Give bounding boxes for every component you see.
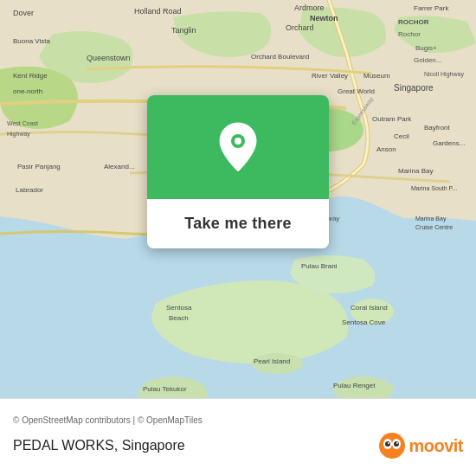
- place-name: PEDAL WORKS, Singapore: [13, 438, 185, 453]
- svg-text:Highway: Highway: [7, 131, 30, 138]
- svg-text:Orchard: Orchard: [286, 23, 314, 32]
- moovit-text: moovit: [408, 436, 463, 456]
- svg-text:Bayfront: Bayfront: [424, 124, 451, 132]
- svg-text:Labrador: Labrador: [16, 186, 43, 194]
- svg-text:Rochor: Rochor: [398, 30, 421, 38]
- svg-text:Beach: Beach: [169, 314, 189, 322]
- moovit-icon: [378, 432, 406, 460]
- svg-text:Pasir Panjang: Pasir Panjang: [17, 163, 61, 170]
- bottom-row: PEDAL WORKS, Singapore moovit: [13, 432, 463, 460]
- svg-text:Marina South P...: Marina South P...: [411, 185, 457, 191]
- svg-text:Orchard Boulevard: Orchard Boulevard: [251, 53, 309, 61]
- svg-text:West Coast: West Coast: [7, 120, 38, 126]
- svg-text:Sentosa Cove: Sentosa Cove: [342, 318, 386, 326]
- svg-text:Newton: Newton: [310, 14, 338, 23]
- svg-point-60: [396, 442, 398, 444]
- svg-text:Great World: Great World: [338, 87, 375, 95]
- svg-point-53: [235, 138, 241, 145]
- svg-point-58: [394, 441, 399, 447]
- svg-text:Sentosa: Sentosa: [166, 304, 192, 312]
- svg-text:Nicoll Highway: Nicoll Highway: [424, 71, 464, 78]
- location-pin-icon: [216, 121, 260, 173]
- svg-point-54: [379, 433, 405, 459]
- svg-text:Buona Vista: Buona Vista: [13, 37, 51, 45]
- svg-text:Coral Island: Coral Island: [351, 304, 388, 312]
- svg-text:Bugis+: Bugis+: [415, 44, 437, 52]
- svg-text:ROCHOR: ROCHOR: [398, 18, 429, 26]
- svg-text:Queenstown: Queenstown: [87, 54, 131, 62]
- svg-text:Outram Park: Outram Park: [372, 115, 412, 123]
- svg-text:Anson: Anson: [376, 145, 396, 153]
- svg-text:Cruise Centre: Cruise Centre: [415, 224, 453, 230]
- svg-text:Cecil: Cecil: [394, 132, 409, 140]
- popup-card: Take me there: [147, 95, 329, 248]
- svg-text:Pulau Renget: Pulau Renget: [333, 382, 376, 389]
- svg-point-59: [388, 442, 389, 444]
- map-container[interactable]: Dover Holland Road Ardmore Newton Farrer…: [0, 0, 476, 398]
- svg-text:Singapore: Singapore: [394, 83, 434, 93]
- attribution-text: © OpenStreetMap contributors | © OpenMap…: [13, 415, 463, 425]
- svg-text:Marina Bay: Marina Bay: [398, 167, 433, 175]
- svg-text:Gardens...: Gardens...: [433, 139, 465, 147]
- popup-green-header: [147, 95, 329, 199]
- moovit-logo: moovit: [378, 432, 463, 460]
- svg-text:Pulau Tekukor: Pulau Tekukor: [143, 385, 187, 393]
- svg-text:Kent Ridge: Kent Ridge: [13, 72, 48, 80]
- svg-text:Golden...: Golden...: [414, 56, 441, 64]
- svg-text:Pulau Brani: Pulau Brani: [301, 262, 338, 270]
- svg-text:Holland Road: Holland Road: [134, 7, 182, 16]
- svg-text:Ardmore: Ardmore: [294, 3, 325, 12]
- svg-text:Tanglin: Tanglin: [171, 26, 196, 35]
- svg-text:Farrer Park: Farrer Park: [414, 4, 449, 12]
- svg-point-57: [385, 441, 390, 447]
- svg-text:Alexand...: Alexand...: [104, 163, 135, 170]
- svg-text:River Valley: River Valley: [312, 72, 348, 80]
- take-me-there-button[interactable]: Take me there: [147, 199, 329, 248]
- svg-text:Marina Bay: Marina Bay: [415, 215, 447, 222]
- svg-text:one-north: one-north: [13, 87, 42, 95]
- bottom-bar: © OpenStreetMap contributors | © OpenMap…: [0, 398, 476, 476]
- svg-text:Dover: Dover: [13, 9, 34, 17]
- svg-text:Pearl Island: Pearl Island: [254, 357, 290, 365]
- svg-text:Museum: Museum: [363, 72, 390, 80]
